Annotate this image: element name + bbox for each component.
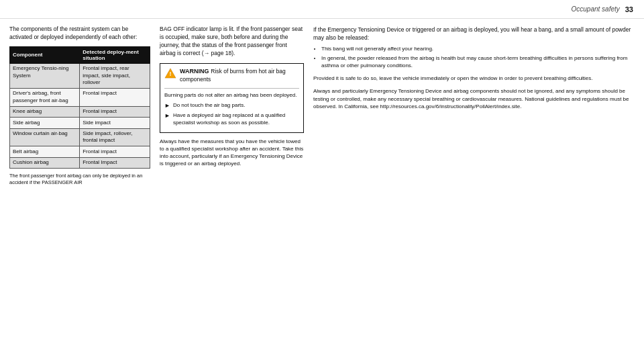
svg-text:!: !	[170, 71, 172, 77]
table-row: Cushion airbagFrontal Impact	[10, 157, 150, 168]
page-container: Occupant safety 33 The components of the…	[0, 0, 644, 358]
middle-intro: BAG OFF indicator lamp is lit. If the fr…	[160, 26, 304, 58]
table-header-situation: Detected deploy-ment situation	[80, 46, 150, 63]
right-para2: Always and particularly Emergency Tensio…	[313, 87, 635, 110]
middle-para: Always have the measures that you have t…	[160, 138, 304, 168]
warning-box: ! WARNING Risk of burns from hot air bag…	[160, 63, 304, 133]
warning-body-para: Burning parts do not alter an airbag has…	[164, 92, 297, 98]
main-content: The components of the restraint system c…	[0, 19, 644, 358]
table-cell-component: Cushion airbag	[10, 157, 80, 168]
warning-bullets: ►Do not touch the air bag parts.►Have a …	[164, 101, 299, 127]
table-cell-component: Driver's airbag, front passenger front a…	[10, 88, 80, 106]
table-cell-situation: Frontal impact	[80, 88, 150, 106]
table-header-component: Component	[10, 46, 80, 63]
right-bullet-item: In general, the powder released from the…	[321, 54, 635, 69]
header-title: Occupant safety	[571, 5, 619, 13]
bullet-text: Have a deployed air bag replaced at a qu…	[173, 111, 299, 126]
table-row: Side airbagSide impact	[10, 118, 150, 128]
bullet-arrow-icon: ►	[164, 101, 170, 110]
warning-bullet-item: ►Have a deployed air bag replaced at a q…	[164, 111, 299, 126]
warning-label: WARNING	[180, 68, 209, 75]
bullet-arrow-icon: ►	[164, 111, 170, 120]
left-intro-text: The components of the restraint system c…	[9, 26, 150, 42]
table-cell-situation: Frontal impact	[80, 146, 150, 157]
warning-label-text: WARNING Risk of burns from hot air bag c…	[180, 67, 299, 84]
warning-bullet-item: ►Do not touch the air bag parts.	[164, 101, 299, 110]
table-cell-component: Side airbag	[10, 118, 80, 128]
table-row: Knee airbagFrontal impact	[10, 106, 150, 117]
table-cell-situation: Frontal impact, rear impact, side impact…	[80, 63, 150, 88]
table-cell-situation: Frontal impact	[80, 106, 150, 117]
warning-body: Burning parts do not alter an airbag has…	[164, 88, 299, 129]
header-bar: Occupant safety 33	[0, 0, 644, 19]
middle-column: BAG OFF indicator lamp is lit. If the fr…	[160, 26, 304, 351]
component-table: Component Detected deploy-ment situation…	[9, 46, 150, 169]
table-cell-situation: Side impact, rollover, frontal impact	[80, 128, 150, 146]
table-row: Window curtain air-bagSide impact, rollo…	[10, 128, 150, 146]
bullet-text: Do not touch the air bag parts.	[173, 101, 246, 109]
right-para1: Provided it is safe to do so, leave the …	[313, 75, 635, 82]
table-row: Driver's airbag, front passenger front a…	[10, 88, 150, 106]
table-cell-component: Knee airbag	[10, 106, 80, 117]
table-cell-situation: Side impact	[80, 118, 150, 128]
right-intro-para: If the Emergency Tensioning Device or tr…	[313, 26, 635, 69]
table-row: Belt airbagFrontal impact	[10, 146, 150, 157]
left-footnote: The front passenger front airbag can onl…	[9, 173, 150, 186]
table-row: Emergency Tensio-ning SystemFrontal impa…	[10, 63, 150, 88]
header-page-number: 33	[625, 5, 633, 13]
warning-triangle-icon: !	[164, 68, 176, 79]
table-cell-component: Emergency Tensio-ning System	[10, 63, 80, 88]
warning-header: ! WARNING Risk of burns from hot air bag…	[164, 67, 299, 84]
right-bullet-item: This bang will not generally affect your…	[321, 45, 635, 52]
left-column: The components of the restraint system c…	[9, 26, 150, 351]
table-cell-component: Belt airbag	[10, 146, 80, 157]
table-cell-situation: Frontal Impact	[80, 157, 150, 168]
right-bullet-list: This bang will not generally affect your…	[321, 45, 635, 70]
right-intro-text: If the Emergency Tensioning Device or tr…	[313, 26, 631, 41]
table-cell-component: Window curtain air-bag	[10, 128, 80, 146]
right-column: If the Emergency Tensioning Device or tr…	[313, 26, 635, 351]
